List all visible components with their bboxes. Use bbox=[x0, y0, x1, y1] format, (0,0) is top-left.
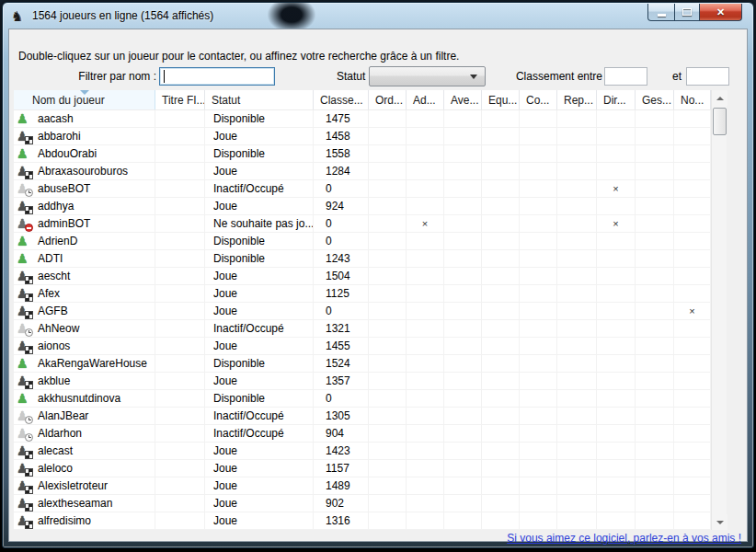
player-name: Alexisletroteur bbox=[38, 479, 108, 492]
scrollbar-thumb[interactable] bbox=[713, 108, 727, 135]
filter-name-input[interactable] bbox=[159, 67, 275, 86]
empty-cell bbox=[407, 512, 444, 529]
empty-cell bbox=[674, 163, 711, 179]
titlebar[interactable]: ♞ 1564 joueurs en ligne (1564 affichés) bbox=[3, 3, 753, 29]
table-row[interactable]: ♟ AGFB Joue 0 × bbox=[14, 303, 711, 320]
share-link[interactable]: Si vous aimez ce logiciel, parlez-en à v… bbox=[507, 532, 741, 545]
empty-cell bbox=[597, 320, 636, 337]
table-row[interactable]: ♟ AdrienD Disponible 0 bbox=[14, 233, 711, 250]
empty-cell bbox=[369, 425, 407, 442]
table-row[interactable]: ♟ AbdouOrabi Disponible 1558 bbox=[14, 145, 711, 163]
empty-cell bbox=[482, 128, 520, 144]
player-title-cell bbox=[155, 443, 205, 459]
table-row[interactable]: ♟ akblue Joue 1357 bbox=[14, 373, 711, 390]
empty-cell bbox=[520, 390, 557, 407]
status-playing-icon: ♟ bbox=[17, 339, 32, 353]
empty-cell bbox=[557, 215, 597, 232]
column-header-ad[interactable]: Ad... bbox=[407, 90, 444, 109]
column-header-ord[interactable]: Ord... bbox=[369, 90, 407, 109]
scroll-up-button[interactable] bbox=[712, 90, 727, 106]
vertical-scrollbar[interactable] bbox=[711, 90, 727, 530]
empty-cell bbox=[674, 145, 711, 162]
empty-cell bbox=[636, 477, 674, 494]
table-row[interactable]: ♟ aescht Joue 1504 bbox=[14, 268, 711, 285]
empty-cell bbox=[444, 408, 482, 424]
player-rating-cell: 1357 bbox=[314, 373, 369, 389]
scroll-down-button[interactable] bbox=[712, 514, 727, 530]
column-header-nom[interactable]: Nom du joueur bbox=[14, 90, 155, 109]
player-rating-cell: 924 bbox=[314, 198, 369, 214]
table-row[interactable]: ♟ alecast Joue 1423 bbox=[14, 443, 711, 460]
table-row[interactable]: ♟ AlanJBear Inactif/Occupé 1305 bbox=[14, 408, 711, 425]
sort-indicator-icon bbox=[80, 90, 89, 95]
table-row[interactable]: ♟ Abraxasouroburos Joue 1284 bbox=[14, 163, 711, 180]
table-row[interactable]: ♟ abbarohi Joue 1458 bbox=[14, 128, 711, 145]
player-rating-cell: 0 bbox=[314, 303, 369, 319]
footer: Si vous aimez ce logiciel, parlez-en à v… bbox=[507, 532, 741, 545]
window-title: 1564 joueurs en ligne (1564 affichés) bbox=[32, 9, 213, 22]
empty-cell bbox=[674, 355, 711, 372]
close-button[interactable]: ✕ bbox=[699, 4, 742, 21]
maximize-button[interactable] bbox=[674, 4, 700, 21]
empty-cell bbox=[636, 425, 674, 442]
minimize-button[interactable] bbox=[647, 4, 675, 21]
column-header-co[interactable]: Co... bbox=[520, 90, 557, 109]
table-row[interactable]: ♟ akkhusnutdinova Disponible 0 bbox=[14, 390, 711, 408]
column-header-rep[interactable]: Rep... bbox=[557, 90, 597, 109]
dialog-content: Double-cliquez sur un joueur pour le con… bbox=[8, 29, 748, 542]
empty-cell bbox=[482, 250, 520, 267]
table-row[interactable]: ♟ aacash Disponible 1475 bbox=[14, 110, 711, 128]
empty-cell bbox=[636, 163, 674, 179]
table-row[interactable]: ♟ Alexisletroteur Joue 1489 bbox=[14, 477, 711, 495]
empty-cell bbox=[407, 250, 444, 267]
rating-min-input[interactable] bbox=[604, 67, 647, 86]
table-row[interactable]: ♟ Afex Joue 1125 bbox=[14, 285, 711, 303]
empty-cell bbox=[369, 145, 407, 162]
empty-cell bbox=[557, 320, 597, 337]
player-status-cell: Joue bbox=[205, 512, 314, 529]
empty-cell bbox=[482, 373, 520, 389]
rating-max-input[interactable] bbox=[686, 67, 729, 86]
player-status-cell: Disponible bbox=[205, 233, 314, 249]
table-row[interactable]: ♟ abuseBOT Inactif/Occupé 0 × bbox=[14, 180, 711, 198]
table-row[interactable]: ♟ aleloco Joue 1157 bbox=[14, 460, 711, 477]
table-row[interactable]: ♟ Aldarhon Inactif/Occupé 904 bbox=[14, 425, 711, 443]
table-row[interactable]: ♟ alfredisimo Joue 1316 bbox=[14, 512, 711, 530]
column-header-equ[interactable]: Equ... bbox=[482, 90, 520, 109]
player-status-cell: Joue bbox=[205, 128, 314, 144]
empty-cell bbox=[557, 512, 597, 529]
table-row[interactable]: ♟ ADTI Disponible 1243 bbox=[14, 250, 711, 268]
empty-cell bbox=[597, 460, 636, 477]
column-header-titre[interactable]: Titre FI... bbox=[155, 90, 205, 109]
empty-cell bbox=[557, 373, 597, 389]
status-dropdown[interactable] bbox=[369, 66, 486, 86]
table-row[interactable]: ♟ aionos Joue 1455 bbox=[14, 338, 711, 355]
empty-cell bbox=[482, 198, 520, 214]
player-status-cell: Disponible bbox=[205, 110, 314, 127]
player-rating-cell: 0 bbox=[314, 390, 369, 407]
table-row[interactable]: ♟ AkaRengaWareHouse Disponible 1524 bbox=[14, 355, 711, 373]
column-header-classe[interactable]: Classe... bbox=[314, 90, 369, 109]
table-row[interactable]: ♟ alextheseaman Joue 902 bbox=[14, 495, 711, 512]
status-available-icon: ♟ bbox=[17, 234, 32, 248]
empty-cell bbox=[369, 338, 407, 354]
empty-cell bbox=[597, 338, 636, 354]
empty-cell bbox=[482, 477, 520, 494]
column-header-statut[interactable]: Statut bbox=[205, 90, 314, 109]
table-row[interactable]: ♟ adminBOT Ne souhaite pas jo... 0 ×× bbox=[14, 215, 711, 233]
empty-cell bbox=[369, 320, 407, 337]
column-header-dir[interactable]: Dir... bbox=[597, 90, 636, 109]
empty-cell bbox=[674, 250, 711, 267]
empty-cell bbox=[520, 495, 557, 512]
column-header-ges[interactable]: Ges... bbox=[636, 90, 674, 109]
table-row[interactable]: ♟ AhNeow Inactif/Occupé 1321 bbox=[14, 320, 711, 338]
column-header-no[interactable]: No... bbox=[674, 90, 711, 109]
table-row[interactable]: ♟ addhya Joue 924 bbox=[14, 198, 711, 215]
empty-cell bbox=[636, 408, 674, 424]
arrow-up-icon bbox=[716, 97, 724, 100]
status-inactive-icon: ♟ bbox=[17, 426, 32, 441]
player-status-cell: Disponible bbox=[205, 250, 314, 267]
status-refuse-icon: ♟ bbox=[17, 216, 32, 231]
column-header-ave[interactable]: Ave... bbox=[444, 90, 482, 109]
player-name: adminBOT bbox=[38, 217, 90, 230]
